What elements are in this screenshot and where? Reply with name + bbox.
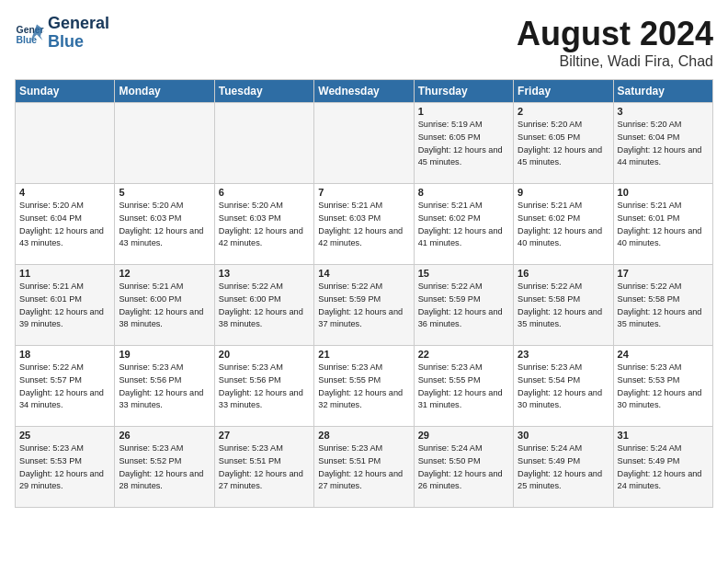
day-number: 26 (119, 430, 210, 441)
day-info: Sunrise: 5:22 AMSunset: 5:57 PMDaylight:… (19, 362, 110, 412)
calendar-cell: 22 Sunrise: 5:23 AMSunset: 5:55 PMDaylig… (414, 346, 513, 427)
calendar-cell: 27 Sunrise: 5:23 AMSunset: 5:51 PMDaylig… (214, 427, 313, 508)
day-header-tuesday: Tuesday (214, 80, 313, 103)
day-number: 10 (618, 187, 709, 198)
calendar-cell (214, 103, 313, 184)
day-number: 17 (618, 268, 709, 279)
day-info: Sunrise: 5:22 AMSunset: 5:59 PMDaylight:… (318, 281, 409, 331)
day-number: 21 (318, 349, 409, 360)
week-row-3: 11 Sunrise: 5:21 AMSunset: 6:01 PMDaylig… (16, 265, 713, 346)
day-header-wednesday: Wednesday (314, 80, 414, 103)
calendar-cell: 3 Sunrise: 5:20 AMSunset: 6:04 PMDayligh… (613, 103, 712, 184)
calendar-subtitle: Biltine, Wadi Fira, Chad (517, 53, 713, 70)
calendar-cell: 7 Sunrise: 5:21 AMSunset: 6:03 PMDayligh… (314, 184, 414, 265)
day-info: Sunrise: 5:21 AMSunset: 6:01 PMDaylight:… (618, 200, 709, 250)
day-number: 4 (19, 187, 110, 198)
day-number: 8 (418, 187, 509, 198)
day-number: 28 (318, 430, 409, 441)
day-number: 24 (618, 349, 709, 360)
week-row-2: 4 Sunrise: 5:20 AMSunset: 6:04 PMDayligh… (16, 184, 713, 265)
logo-text: General Blue (48, 15, 109, 52)
day-number: 7 (318, 187, 409, 198)
calendar-cell: 14 Sunrise: 5:22 AMSunset: 5:59 PMDaylig… (314, 265, 414, 346)
calendar-cell: 21 Sunrise: 5:23 AMSunset: 5:55 PMDaylig… (314, 346, 414, 427)
page-header: General Blue General Blue August 2024 Bi… (15, 15, 713, 70)
calendar-cell: 17 Sunrise: 5:22 AMSunset: 5:58 PMDaylig… (613, 265, 712, 346)
calendar-cell: 28 Sunrise: 5:23 AMSunset: 5:51 PMDaylig… (314, 427, 414, 508)
day-number: 22 (418, 349, 509, 360)
day-info: Sunrise: 5:23 AMSunset: 5:56 PMDaylight:… (119, 362, 210, 412)
calendar-cell: 12 Sunrise: 5:21 AMSunset: 6:00 PMDaylig… (115, 265, 214, 346)
calendar-cell: 9 Sunrise: 5:21 AMSunset: 6:02 PMDayligh… (514, 184, 613, 265)
day-info: Sunrise: 5:22 AMSunset: 5:58 PMDaylight:… (518, 281, 609, 331)
calendar-cell: 16 Sunrise: 5:22 AMSunset: 5:58 PMDaylig… (514, 265, 613, 346)
day-number: 18 (19, 349, 110, 360)
calendar-cell: 8 Sunrise: 5:21 AMSunset: 6:02 PMDayligh… (414, 184, 513, 265)
calendar-cell: 15 Sunrise: 5:22 AMSunset: 5:59 PMDaylig… (414, 265, 513, 346)
calendar-cell (16, 103, 115, 184)
week-row-1: 1 Sunrise: 5:19 AMSunset: 6:05 PMDayligh… (16, 103, 713, 184)
calendar-cell: 11 Sunrise: 5:21 AMSunset: 6:01 PMDaylig… (16, 265, 115, 346)
day-number: 11 (19, 268, 110, 279)
day-number: 6 (219, 187, 310, 198)
day-info: Sunrise: 5:22 AMSunset: 5:58 PMDaylight:… (618, 281, 709, 331)
day-number: 13 (219, 268, 310, 279)
day-number: 23 (518, 349, 609, 360)
calendar-cell: 10 Sunrise: 5:21 AMSunset: 6:01 PMDaylig… (613, 184, 712, 265)
day-info: Sunrise: 5:24 AMSunset: 5:50 PMDaylight:… (418, 442, 509, 493)
day-info: Sunrise: 5:20 AMSunset: 6:04 PMDaylight:… (19, 200, 110, 250)
calendar-cell: 19 Sunrise: 5:23 AMSunset: 5:56 PMDaylig… (115, 346, 214, 427)
calendar-cell: 18 Sunrise: 5:22 AMSunset: 5:57 PMDaylig… (16, 346, 115, 427)
day-info: Sunrise: 5:23 AMSunset: 5:51 PMDaylight:… (318, 442, 409, 493)
day-number: 20 (219, 349, 310, 360)
day-info: Sunrise: 5:21 AMSunset: 6:00 PMDaylight:… (119, 281, 210, 331)
week-row-4: 18 Sunrise: 5:22 AMSunset: 5:57 PMDaylig… (16, 346, 713, 427)
day-number: 1 (418, 106, 509, 117)
day-number: 14 (318, 268, 409, 279)
calendar-cell: 31 Sunrise: 5:24 AMSunset: 5:49 PMDaylig… (613, 427, 712, 508)
day-number: 3 (618, 106, 709, 117)
week-row-5: 25 Sunrise: 5:23 AMSunset: 5:53 PMDaylig… (16, 427, 713, 508)
day-info: Sunrise: 5:23 AMSunset: 5:54 PMDaylight:… (518, 362, 609, 412)
day-info: Sunrise: 5:23 AMSunset: 5:55 PMDaylight:… (318, 362, 409, 412)
day-number: 15 (418, 268, 509, 279)
day-info: Sunrise: 5:23 AMSunset: 5:52 PMDaylight:… (119, 442, 210, 493)
day-info: Sunrise: 5:20 AMSunset: 6:03 PMDaylight:… (219, 200, 310, 250)
logo-icon: General Blue (15, 18, 44, 48)
day-info: Sunrise: 5:20 AMSunset: 6:05 PMDaylight:… (518, 119, 609, 169)
logo: General Blue General Blue (15, 15, 109, 52)
calendar-cell: 24 Sunrise: 5:23 AMSunset: 5:53 PMDaylig… (613, 346, 712, 427)
day-number: 2 (518, 106, 609, 117)
day-number: 12 (119, 268, 210, 279)
day-number: 30 (518, 430, 609, 441)
calendar-cell: 13 Sunrise: 5:22 AMSunset: 6:00 PMDaylig… (214, 265, 313, 346)
day-number: 31 (618, 430, 709, 441)
calendar-cell: 2 Sunrise: 5:20 AMSunset: 6:05 PMDayligh… (514, 103, 613, 184)
logo-line1: General (48, 15, 109, 33)
day-info: Sunrise: 5:19 AMSunset: 6:05 PMDaylight:… (418, 119, 509, 169)
day-header-sunday: Sunday (16, 80, 115, 103)
calendar-title: August 2024 (517, 15, 713, 53)
calendar-cell (314, 103, 414, 184)
day-number: 9 (518, 187, 609, 198)
calendar-cell: 6 Sunrise: 5:20 AMSunset: 6:03 PMDayligh… (214, 184, 313, 265)
day-info: Sunrise: 5:21 AMSunset: 6:03 PMDaylight:… (318, 200, 409, 250)
day-info: Sunrise: 5:22 AMSunset: 5:59 PMDaylight:… (418, 281, 509, 331)
calendar-table: SundayMondayTuesdayWednesdayThursdayFrid… (15, 79, 713, 508)
title-block: August 2024 Biltine, Wadi Fira, Chad (517, 15, 713, 70)
day-info: Sunrise: 5:24 AMSunset: 5:49 PMDaylight:… (618, 442, 709, 493)
day-info: Sunrise: 5:23 AMSunset: 5:53 PMDaylight:… (618, 362, 709, 412)
calendar-cell: 30 Sunrise: 5:24 AMSunset: 5:49 PMDaylig… (514, 427, 613, 508)
day-number: 29 (418, 430, 509, 441)
day-number: 5 (119, 187, 210, 198)
calendar-cell: 23 Sunrise: 5:23 AMSunset: 5:54 PMDaylig… (514, 346, 613, 427)
day-info: Sunrise: 5:23 AMSunset: 5:55 PMDaylight:… (418, 362, 509, 412)
day-info: Sunrise: 5:24 AMSunset: 5:49 PMDaylight:… (518, 442, 609, 493)
day-header-saturday: Saturday (613, 80, 712, 103)
day-info: Sunrise: 5:23 AMSunset: 5:51 PMDaylight:… (219, 442, 310, 493)
calendar-cell: 4 Sunrise: 5:20 AMSunset: 6:04 PMDayligh… (16, 184, 115, 265)
logo-line2: Blue (48, 33, 109, 52)
day-info: Sunrise: 5:21 AMSunset: 6:01 PMDaylight:… (19, 281, 110, 331)
day-header-thursday: Thursday (414, 80, 513, 103)
day-number: 27 (219, 430, 310, 441)
